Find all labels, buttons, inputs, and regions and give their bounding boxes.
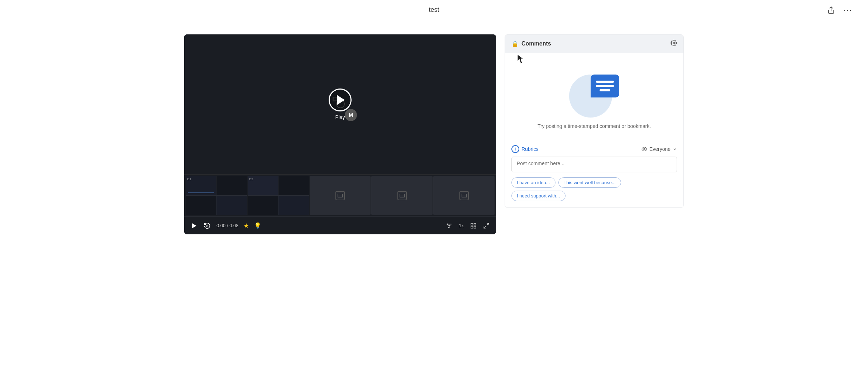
page-title: test <box>429 6 439 14</box>
svg-rect-6 <box>471 223 473 225</box>
svg-point-5 <box>448 227 449 228</box>
video-player: M ⬚ ⬚ ⬚ ⬚ <box>184 34 496 234</box>
fullscreen-button[interactable] <box>482 222 490 230</box>
comment-illustration <box>569 71 619 118</box>
thumb-cell-3 <box>186 196 216 215</box>
thumb-cell-4 <box>216 196 247 215</box>
more-button[interactable]: ··· <box>842 4 854 16</box>
bubble-line-3 <box>600 89 610 91</box>
thumb-cell-8 <box>278 196 309 215</box>
main-content: M ⬚ ⬚ ⬚ ⬚ <box>0 20 868 387</box>
idea-bulb-icon[interactable]: 💡 <box>254 222 261 229</box>
quick-went-well-button[interactable]: This went well because... <box>558 177 621 188</box>
rubrics-label: Rubrics <box>521 146 538 152</box>
comments-toolbar: + Rubrics Everyone <box>511 145 677 153</box>
svg-rect-9 <box>474 226 476 228</box>
replay-button[interactable]: 15 <box>203 221 211 230</box>
thumb-cell-5: C2 <box>248 176 278 195</box>
bookmark-star-icon[interactable]: ★ <box>243 222 249 230</box>
bubble-front <box>591 75 619 97</box>
comments-title: 🔒 Comments <box>511 40 551 47</box>
svg-rect-8 <box>471 226 473 228</box>
svg-rect-7 <box>474 223 476 225</box>
visibility-button[interactable]: Everyone <box>642 146 677 152</box>
layout-button[interactable] <box>469 222 477 230</box>
thumb-cell-1: C1 <box>186 176 216 195</box>
speed-label: 1x <box>459 223 464 228</box>
thumb-grid-2: C2 <box>248 176 309 215</box>
thumb-item-1[interactable]: C1 <box>186 176 247 215</box>
thumb-item-2[interactable]: C2 <box>248 176 309 215</box>
video-main: M ⬚ ⬚ ⬚ ⬚ <box>184 34 496 174</box>
quick-comments: I have an idea... This went well because… <box>511 177 677 201</box>
lock-icon: 🔒 <box>511 40 519 47</box>
thumb-grid-1: C1 <box>186 176 247 215</box>
play-button[interactable] <box>329 89 352 111</box>
comments-settings-button[interactable] <box>671 40 677 48</box>
play-triangle-icon <box>337 95 345 105</box>
settings-button[interactable] <box>445 222 453 230</box>
svg-line-10 <box>487 223 489 225</box>
play-label: Play <box>335 114 345 120</box>
thumb-label-c2: C2 <box>249 177 253 181</box>
svg-marker-1 <box>192 223 196 228</box>
thumbnail-strip: C1 C2 <box>184 174 496 216</box>
speed-button[interactable]: 1x <box>458 222 464 229</box>
thumb-cell-2 <box>216 176 247 195</box>
share-button[interactable] <box>826 5 836 15</box>
play-overlay: Play <box>329 89 352 120</box>
rubrics-button[interactable]: + Rubrics <box>511 145 538 153</box>
time-display: 0:00 / 0:08 <box>216 223 238 228</box>
thumb-cell-7 <box>248 196 278 215</box>
comments-title-text: Comments <box>521 40 551 47</box>
svg-point-12 <box>673 42 675 44</box>
thumb-item-4[interactable] <box>371 176 433 215</box>
header: test ··· <box>0 0 868 20</box>
bubble-line-2 <box>596 85 614 87</box>
thumb-item-5[interactable] <box>433 176 495 215</box>
video-controls: 15 0:00 / 0:08 ★ 💡 1x <box>184 216 496 234</box>
comments-empty-state: Try posting a time-stamped comment or bo… <box>505 53 683 140</box>
plus-icon: + <box>511 145 519 153</box>
comments-panel: 🔒 Comments Try posting a time-stam <box>505 34 684 208</box>
svg-point-3 <box>447 224 448 224</box>
comments-header: 🔒 Comments <box>505 35 683 53</box>
svg-point-4 <box>449 225 450 226</box>
visibility-label: Everyone <box>649 146 671 152</box>
quick-support-button[interactable]: I need support with... <box>511 191 566 201</box>
empty-state-text: Try posting a time-stamped comment or bo… <box>538 123 651 129</box>
comment-input[interactable] <box>511 157 677 172</box>
thumb-cell-6 <box>278 176 309 195</box>
svg-text:15: 15 <box>206 225 208 227</box>
header-actions: ··· <box>826 4 854 16</box>
quick-idea-button[interactable]: I have an idea... <box>511 177 555 188</box>
dots-icon: ··· <box>844 5 852 15</box>
thumb-item-3[interactable] <box>310 176 371 215</box>
comments-input-area: + Rubrics Everyone I have an idea... <box>505 140 683 207</box>
play-pause-button[interactable] <box>190 222 198 230</box>
svg-line-11 <box>484 226 486 228</box>
svg-point-13 <box>644 148 645 150</box>
thumb-label-c1: C1 <box>187 177 191 181</box>
bubble-line-1 <box>596 81 614 83</box>
